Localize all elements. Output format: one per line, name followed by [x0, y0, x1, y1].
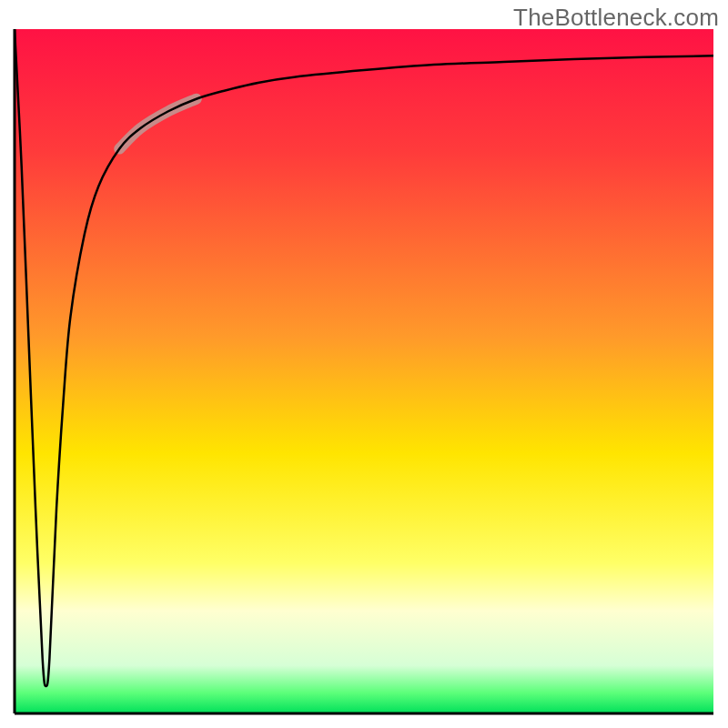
plot-background	[15, 29, 713, 713]
bottleneck-chart	[0, 0, 728, 728]
chart-root: TheBottleneck.com	[0, 0, 728, 728]
watermark-text: TheBottleneck.com	[513, 4, 719, 32]
